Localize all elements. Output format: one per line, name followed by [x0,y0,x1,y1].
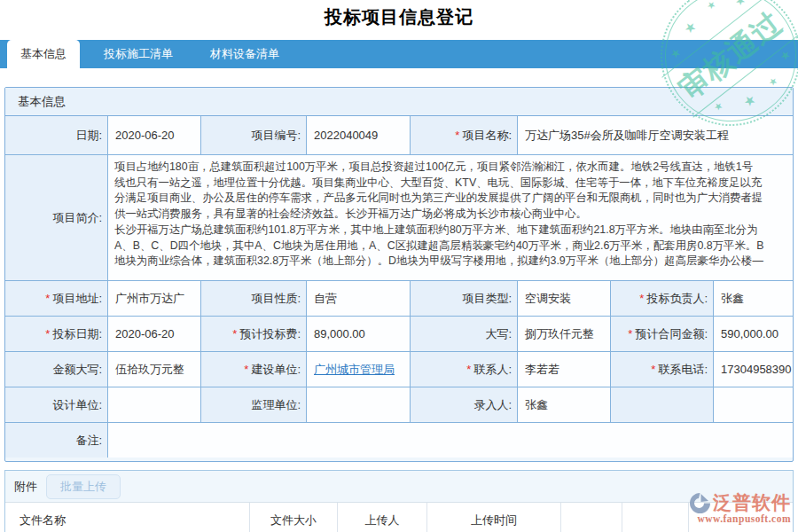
tab-bid-construction-list[interactable]: 投标施工清单 [90,40,186,68]
type-label: 项目类型: [411,281,517,316]
design-unit-label: 设计单位: [5,387,107,422]
col-file-size: 文件大小 [250,503,338,532]
design-unit-value [108,387,200,422]
entry-person-value: 张鑫 [518,387,610,422]
summary-line: 线也只有一站之遥，地理位置十分优越。项目集商业中心、大型百货、KTV、电玩、国际… [114,176,786,192]
address-label: *项目地址: [5,281,107,316]
tab-basic-info[interactable]: 基本信息 [7,40,80,73]
date-label: 日期: [5,116,107,154]
project-no-label: 项目编号: [201,116,306,154]
contact-value: 李若若 [518,352,610,387]
section-header: 基本信息 [5,88,793,116]
construction-unit-label: *建设单位: [201,352,306,387]
contract-amount-label: *预计合同金额: [611,317,713,351]
amount-caps-value: 伍拾玖万元整 [108,352,200,387]
required-asterisk: * [466,363,471,376]
required-asterisk: * [45,327,50,340]
address-value: 广州市万达广 [108,281,200,316]
bid-fee-label: *预计投标费: [201,317,306,351]
contact-phone-value: 17304958390 [714,352,793,387]
type-value: 空调安装 [518,281,610,316]
required-asterisk: * [455,129,459,142]
summary-line: 分满足项目商业、办公及居住的停车需求，产品多元化同时也为第三产业的发展提供了广阔… [114,191,786,207]
col-empty-1 [561,503,622,532]
summary-line: 长沙开福万达广场总建筑面积约101.8万平方米，其中地上建筑面积约80万平方米、… [114,223,786,239]
summary-line: 项目占地约180亩，总建筑面积超过100万平米，项目总投资超过100亿元，项目紧… [114,160,786,176]
summary-line: 供一站式消费服务，具有显著的社会经济效益。长沙开福万达广场必将成为长沙市核心商业… [114,207,786,223]
construction-unit-link[interactable]: 广州城市管理局 [314,362,395,378]
summary-label: 项目简介: [5,155,107,280]
bid-leader-value: 张鑫 [714,281,793,316]
basic-info-form: 日期: 2020-06-20 项目编号: 2022040049 *项目名称: 万… [5,116,793,458]
col-upload-time: 上传时间 [427,503,561,532]
supervision-unit-label: 监理单位: [201,387,306,422]
project-no-value: 2022040049 [307,116,410,154]
page-title: 投标项目信息登记 [0,5,798,29]
basic-info-panel: 基本信息 日期: 2020-06-20 项目编号: 2022040049 *项目… [4,87,794,462]
required-asterisk: * [639,292,644,305]
construction-unit-cell: 广州城市管理局 [307,352,410,387]
contact-label: *联系人: [411,352,517,387]
fee-caps-value: 捌万玖仟元整 [518,317,610,351]
contact-phone-label: *联系电话: [611,352,713,387]
bid-fee-value: 89,000.00 [307,317,410,351]
bid-date-value: 2020-06-20 [108,317,200,351]
project-name-value: 万达广场35#会所及咖啡厅空调安装工程 [518,116,793,154]
required-asterisk: * [244,363,248,376]
contract-amount-value: 590,000.00 [714,317,793,351]
summary-line: A、B、C、D四个地块，其中A、C地块为居住用地，A、C区拟建超高层精装豪宅约4… [114,239,786,254]
required-asterisk: * [628,327,632,340]
required-asterisk: * [651,363,655,376]
remark-value [108,423,793,458]
required-asterisk: * [45,292,50,305]
col-file-name: 文件名称 [5,503,250,532]
bid-date-label: *投标日期: [5,317,107,351]
nature-value: 自营 [307,281,410,316]
tab-material-equipment-list[interactable]: 材料设备清单 [197,40,293,68]
required-asterisk: * [232,327,237,340]
vendor-logo-text: 泛普软件 [713,490,791,515]
supervision-unit-value [307,387,410,422]
empty-label-cell [611,387,713,422]
remark-label: 备注: [5,423,107,458]
tab-bar: 基本信息 投标施工清单 材料设备清单 [0,40,798,68]
amount-caps-label: 金额大写: [5,352,107,387]
vendor-logo-icon [689,492,711,514]
date-value: 2020-06-20 [108,116,200,154]
fee-caps-label: 大写: [411,317,517,351]
project-name-label: *项目名称: [411,116,517,154]
bid-leader-label: *投标负责人: [611,281,713,316]
vendor-logo: 泛普软件 www.fanpusoft.com [674,490,791,524]
empty-value-cell [714,387,793,422]
vendor-logo-url: www.fanpusoft.com [674,513,791,524]
attachments-title: 附件 [14,479,37,495]
summary-textarea: 项目占地约180亩，总建筑面积超过100万平米，项目总投资超过100亿元，项目紧… [108,155,793,280]
col-uploader: 上传人 [338,503,427,532]
batch-upload-button[interactable]: 批量上传 [46,474,121,499]
nature-label: 项目性质: [201,281,306,316]
summary-line: 地块为商业综合体，建筑面积32.8万平米（地上部分）。D地块为甲级写字楼用地，拟… [114,254,786,270]
entry-person-label: 录入人: [411,387,517,422]
